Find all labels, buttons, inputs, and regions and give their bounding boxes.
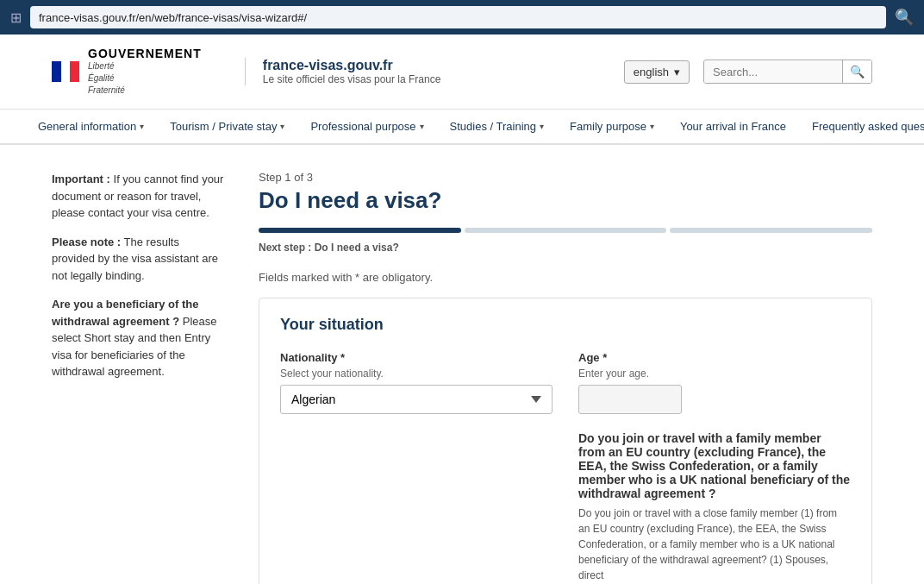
nav-your-arrival[interactable]: Your arrival in France [668, 110, 798, 145]
next-step-prefix: Next step : [259, 242, 311, 254]
nav-family-purpose[interactable]: Family purpose ▾ [558, 110, 666, 145]
site-name: france-visas.gouv.fr [263, 58, 441, 73]
situation-box: Your situation Nationality * Select your… [259, 298, 872, 584]
nav-tourism-private-stay[interactable]: Tourism / Private stay ▾ [158, 110, 297, 145]
withdrawal-label: Are you a beneficiary of the withdrawal … [52, 298, 199, 328]
search-input[interactable] [704, 61, 842, 83]
nav-professional-purpose[interactable]: Professional purpose ▾ [298, 110, 435, 145]
nav-family-caret: ▾ [650, 122, 654, 131]
nav-faq[interactable]: Frequently asked questions [800, 110, 924, 145]
gov-name: GOUVERNEMENT [88, 47, 202, 60]
progress-step-2 [465, 228, 667, 233]
wizard-area: Step 1 of 3 Do I need a visa? Next step … [259, 171, 872, 584]
nav-general-information[interactable]: General information ▾ [26, 110, 156, 145]
gov-text-block: GOUVERNEMENT Liberté Égalité Fraternité [88, 47, 202, 97]
situation-title: Your situation [280, 316, 851, 334]
wizard-title: Do I need a visa? [259, 187, 872, 214]
tabs-icon: ⊞ [10, 9, 22, 26]
site-title-block: france-visas.gouv.fr Le site officiel de… [245, 58, 441, 85]
next-step-value: Do I need a visa? [315, 242, 399, 254]
french-flag [52, 61, 79, 82]
nationality-hint: Select your nationality. [280, 367, 553, 380]
progress-step-1 [259, 228, 461, 233]
site-description: Le site officiel des visas pour la Franc… [263, 73, 441, 85]
nav-general-information-label: General information [38, 120, 136, 133]
age-label: Age * [578, 351, 851, 364]
nav-arrival-label: Your arrival in France [680, 120, 786, 133]
age-hint: Enter your age. [578, 367, 851, 380]
main-content: Important : If you cannot find your docu… [0, 145, 924, 584]
nationality-select[interactable]: Algerian French American British [280, 385, 553, 414]
nationality-age-row: Nationality * Select your nationality. A… [280, 351, 851, 584]
main-navigation: General information ▾ Tourism / Private … [0, 110, 924, 145]
motto-line2: Égalité [88, 73, 115, 83]
site-header: GOUVERNEMENT Liberté Égalité Fraternité … [0, 35, 924, 110]
sidebar: Important : If you cannot find your docu… [52, 171, 224, 584]
motto-line1: Liberté [88, 61, 115, 71]
gov-motto: Liberté Égalité Fraternité [88, 60, 202, 97]
please-note-label: Please note : [52, 235, 121, 248]
url-text: france-visas.gouv.fr/en/web/france-visas… [39, 11, 307, 24]
browser-bar: ⊞ france-visas.gouv.fr/en/web/france-vis… [0, 0, 924, 35]
search-button[interactable]: 🔍 [842, 60, 871, 83]
age-group: Age * Enter your age. Do you join or tra… [578, 351, 851, 584]
age-input[interactable] [578, 385, 682, 414]
nav-studies-caret: ▾ [540, 122, 544, 131]
nav-general-information-caret: ▾ [140, 122, 144, 131]
nav-faq-label: Frequently asked questions [812, 120, 924, 133]
nav-studies-label: Studies / Training [450, 120, 536, 133]
please-note: Please note : The results provided by th… [52, 234, 224, 285]
flag-blue [52, 61, 61, 82]
step-label: Step 1 of 3 [259, 171, 872, 184]
nav-studies-training[interactable]: Studies / Training ▾ [438, 110, 556, 145]
language-selector[interactable]: english ▾ [624, 60, 690, 84]
nav-professional-label: Professional purpose [310, 120, 415, 133]
age-input-wrapper [578, 385, 682, 414]
progress-bar [259, 228, 872, 233]
withdrawal-agreement: Are you a beneficiary of the withdrawal … [52, 296, 224, 380]
nav-tourism-label: Tourism / Private stay [170, 120, 277, 133]
nationality-label: Nationality * [280, 351, 553, 364]
nav-tourism-caret: ▾ [280, 122, 284, 131]
nav-professional-caret: ▾ [420, 122, 424, 131]
gov-logo: GOUVERNEMENT Liberté Égalité Fraternité [52, 47, 202, 97]
search-bar: 🔍 [703, 60, 872, 84]
fields-note: Fields marked with * are obligatory. [259, 271, 872, 284]
flag-red [70, 61, 79, 82]
lang-caret: ▾ [674, 66, 680, 78]
progress-step-3 [670, 228, 872, 233]
lang-label: english [634, 66, 669, 78]
next-step-text: Next step : Do I need a visa? [259, 242, 872, 254]
eu-question-sub: Do you join or travel with a close famil… [578, 506, 851, 583]
motto-line3: Fraternité [88, 85, 125, 95]
nationality-group: Nationality * Select your nationality. A… [280, 351, 553, 584]
important-label: Important : [52, 173, 110, 185]
url-bar[interactable]: france-visas.gouv.fr/en/web/france-visas… [30, 6, 886, 28]
eu-question-block: Do you join or travel with a family memb… [578, 431, 851, 583]
browser-search-icon[interactable]: 🔍 [895, 8, 914, 27]
nav-family-label: Family purpose [570, 120, 646, 133]
flag-white [61, 61, 71, 82]
header-right: english ▾ 🔍 [624, 60, 872, 84]
eu-question-main: Do you join or travel with a family memb… [578, 431, 851, 500]
important-note: Important : If you cannot find your docu… [52, 171, 224, 222]
